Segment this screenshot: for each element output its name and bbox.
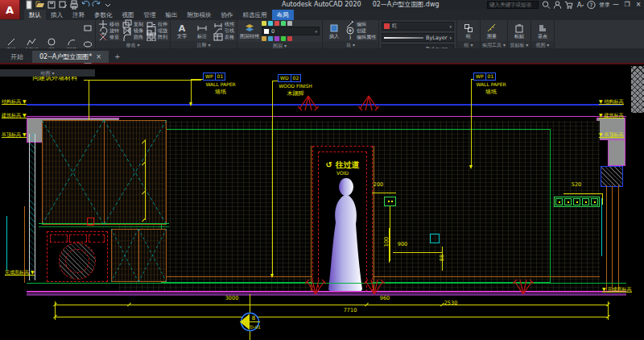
ribbon-panel-6: 组组 ▾: [457, 20, 481, 48]
svg-text:A: A: [179, 23, 186, 33]
panel-title-8[interactable]: 剪贴板 ▾: [508, 41, 530, 48]
ribbon-tab-0[interactable]: 默认: [24, 10, 46, 20]
qat-qnew-icon[interactable]: [24, 1, 34, 10]
signin-label[interactable]: 登录: [599, 1, 610, 9]
layer-tool-icon[interactable]: [262, 36, 266, 41]
edge-wall-hatch: [631, 66, 644, 113]
dimension-text-960: 960: [373, 295, 397, 301]
lower-door-swing-lines: [111, 229, 167, 282]
a-minus-icon[interactable]: A: [576, 1, 584, 9]
ribbon-button-insert[interactable]: 插入: [325, 23, 343, 39]
tag-leader-arrow: [270, 274, 274, 278]
help-icon[interactable]: ?: [587, 1, 596, 9]
svg-text:i: i: [349, 34, 351, 41]
ribbon-tab-1[interactable]: 插入: [46, 10, 68, 20]
layer-tool-icon[interactable]: [275, 36, 279, 41]
ribbon-tab-2[interactable]: 注释: [68, 10, 89, 20]
ribbon-panel-2: A文字标注线性引线表格注释 ▾: [171, 20, 237, 48]
qat-qredo-icon[interactable]: [92, 1, 101, 10]
left-column-hatch: [30, 134, 35, 280]
layer-tool-icon[interactable]: [268, 36, 273, 41]
layer-tool-icon[interactable]: [281, 36, 286, 41]
search-icon[interactable]: [542, 1, 551, 9]
bylayer-dropdown-1[interactable]: ByLayer▾: [382, 33, 454, 42]
layer-dropdown[interactable]: 0▾: [262, 27, 320, 35]
ribbon-button-group[interactable]: 组: [460, 23, 477, 39]
ribbon-button-text[interactable]: A文字: [173, 23, 191, 39]
ribbon-panel-0: 直线多段线圆圆弧绘图 ▾: [0, 20, 96, 48]
layer-tool-icon[interactable]: [262, 21, 266, 26]
right-orange-line-2: [612, 185, 613, 292]
washer-drum: [59, 243, 96, 280]
ribbon-panel-8: 粘贴剪贴板 ▾: [508, 20, 531, 48]
drawing-canvas[interactable]: ↺ 往过道 VOID 同建筑外墙材料: [0, 63, 644, 340]
dim-chain-2: [55, 317, 608, 317]
autocad-window: { "titlebar": { "app_badge": "A", "title…: [0, 0, 644, 340]
void-sublabel: VOID: [312, 170, 373, 176]
quick-access-toolbar: [24, 1, 113, 10]
ribbon-panel-4: 插入编辑创建i编辑属性块 ▾: [323, 20, 379, 48]
file-tab-document[interactable]: 02--A户型立面图*×: [32, 51, 109, 63]
panel-title-9[interactable]: 视图 ▾: [531, 41, 554, 48]
ribbon-tab-7[interactable]: 附加模块: [183, 10, 217, 20]
panel-title-4[interactable]: 块 ▾: [323, 41, 378, 48]
panel-title-2[interactable]: 注释 ▾: [171, 41, 237, 48]
color-dropdown[interactable]: 红▾: [382, 22, 454, 31]
qat-qundo-icon[interactable]: [80, 1, 90, 10]
panel-title-0[interactable]: 绘图 ▾: [0, 69, 95, 77]
search-input[interactable]: [487, 1, 539, 9]
ribbon-button-layers[interactable]: 图层特性: [240, 23, 259, 39]
finish-tag-text-en: WALL PAPER: [196, 81, 245, 87]
qat-qsaveas-icon[interactable]: [58, 1, 68, 10]
ribbon-button-rect[interactable]: [83, 21, 93, 36]
washing-machine: [47, 231, 108, 282]
title-bar: Autodesk AutoCAD 202002—A户型立面图.dwg A? 登录…: [0, 0, 644, 10]
ribbon-button-base[interactable]: 基点: [534, 23, 551, 39]
switch-box-red: [87, 218, 94, 226]
layer-tool-icon[interactable]: [287, 36, 292, 41]
dimension-text-2530: 2530: [439, 300, 463, 306]
floor-band-purple: [27, 293, 626, 296]
qat-menu-down-icon[interactable]: [103, 1, 113, 10]
layer-tool-icon[interactable]: [287, 21, 292, 26]
layer-tool-icon[interactable]: [275, 21, 279, 26]
ribbon-button-measure[interactable]: 测量: [483, 23, 501, 39]
dimension-text-7710: 7710: [338, 307, 362, 313]
ribbon-tab-10[interactable]: 布局: [272, 10, 294, 20]
layer-tool-icon[interactable]: [281, 21, 286, 26]
minimize-button[interactable]: —: [610, 0, 621, 10]
close-button[interactable]: ×: [633, 0, 644, 10]
wall-hatch-box-right: [601, 166, 623, 187]
finish-tag-2: WP01: [473, 73, 496, 81]
panel-title-1[interactable]: 修改 ▾: [96, 41, 170, 48]
ribbon-button-dim[interactable]: 标注: [193, 23, 211, 39]
washer-control-3: [89, 234, 105, 243]
floor-line-magenta: [27, 291, 626, 292]
cart-icon[interactable]: [564, 1, 573, 9]
level-marker-levels_right-2: ▼ 吊顶标高: [599, 131, 624, 138]
structure-line-blue: [27, 104, 622, 106]
viewport-top-border: [0, 63, 644, 64]
file-tab-start[interactable]: 开始: [3, 51, 31, 63]
switch-cell: [573, 198, 580, 205]
app-logo-button[interactable]: A: [0, 0, 20, 19]
restore-button[interactable]: ❐: [621, 0, 633, 10]
dimension-text-100: 100: [383, 230, 390, 254]
dimension-text-88: 88: [439, 246, 445, 270]
level-marker-levels_right-3: ▼ 完成面标高: [602, 286, 632, 292]
dim-chain-1: [55, 305, 608, 305]
panel-title-6[interactable]: 组 ▾: [457, 41, 480, 48]
layer-tool-icon[interactable]: [268, 21, 273, 26]
level-marker-levels_left-2: 吊顶标高 ▼: [2, 131, 27, 138]
panel-title-7[interactable]: 实用工具 ▾: [481, 41, 507, 48]
qat-qsave-icon[interactable]: [47, 1, 56, 10]
ribbon-tab-9[interactable]: 精选应用: [238, 10, 272, 20]
new-tab-button[interactable]: +: [110, 51, 125, 63]
level-marker-levels_left-1: 建筑标高 ▼: [2, 112, 27, 118]
user-icon[interactable]: [553, 1, 562, 9]
qat-qplot-icon[interactable]: [69, 1, 79, 10]
tag-leader-arrow: [469, 165, 473, 169]
qat-qopen-icon[interactable]: [35, 1, 45, 10]
ribbon-button-paste[interactable]: 粘贴: [510, 23, 528, 39]
file-tab-close-icon[interactable]: ×: [96, 53, 101, 60]
